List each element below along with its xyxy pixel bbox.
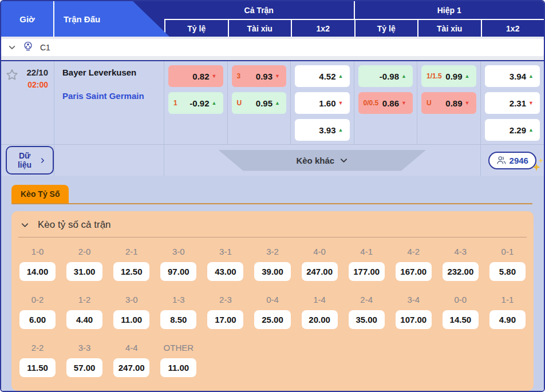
score-odds-button[interactable]: 31.00 bbox=[66, 262, 102, 281]
viewers-badge[interactable]: 2946 bbox=[488, 152, 536, 169]
odds-cell[interactable]: 3 0.93 ▼ bbox=[232, 65, 287, 87]
score-odds-button[interactable]: 12.50 bbox=[113, 262, 149, 281]
data-button[interactable]: Dữ liệu bbox=[6, 146, 54, 175]
score-label: 2-4 bbox=[349, 295, 385, 304]
score-odds-button[interactable]: 247.00 bbox=[113, 358, 149, 377]
odds-cell[interactable]: 0.82 ▼ bbox=[168, 65, 223, 87]
score-label: 1-0 bbox=[19, 247, 56, 256]
league-name: C1 bbox=[40, 43, 50, 52]
panel-header[interactable]: Kèo tỷ số cả trận bbox=[11, 211, 534, 236]
odds-cell[interactable]: U 0.89 ▼ bbox=[421, 92, 476, 114]
sparkle-icon bbox=[538, 155, 543, 165]
score-item: 2-3 17.00 bbox=[207, 295, 243, 329]
subcolumn-label: 1x2 bbox=[506, 24, 519, 33]
score-odds-button[interactable]: 11.00 bbox=[160, 358, 196, 377]
odds-cell[interactable]: 2.31 ▼ bbox=[485, 92, 540, 114]
odds-cell[interactable]: 3.93 ▲ bbox=[295, 119, 350, 141]
score-label: 0-4 bbox=[254, 295, 290, 304]
score-item: 2-4 35.00 bbox=[349, 295, 385, 329]
header-tab-label: Trận Đấu bbox=[64, 14, 100, 24]
odds-cell[interactable]: 1.60 ▼ bbox=[295, 92, 350, 114]
odds-cell[interactable]: 1/1.5 0.99 ▲ bbox=[421, 65, 476, 87]
header-tab[interactable]: Trận Đấu bbox=[54, 1, 169, 37]
score-label: OTHER bbox=[160, 343, 196, 353]
score-label: 4-2 bbox=[396, 247, 432, 256]
score-label: 3-2 bbox=[254, 247, 290, 256]
odds-column-full-overunder: 3 0.93 ▼ U 0.95 ▲ bbox=[228, 61, 291, 144]
score-item: 4-2 167.00 bbox=[396, 247, 432, 281]
subcolumn-header: Tỷ lệ bbox=[164, 20, 228, 37]
trend-icon: ▲ bbox=[528, 73, 535, 79]
score-odds-button[interactable]: 177.00 bbox=[349, 262, 385, 281]
score-label: 4-0 bbox=[302, 247, 338, 256]
home-team-name: Bayer Leverkusen bbox=[62, 68, 160, 77]
odds-cell[interactable]: 0/0.5 0.86 ▼ bbox=[358, 92, 413, 114]
chevron-down-icon bbox=[21, 221, 29, 229]
score-label: 2-0 bbox=[66, 247, 102, 256]
score-label: 2-1 bbox=[113, 247, 149, 256]
odds-column-half-overunder: 1/1.5 0.99 ▲ U 0.89 ▼ bbox=[417, 61, 481, 144]
odds-cell[interactable]: 1 -0.92 ▲ bbox=[168, 92, 223, 114]
score-odds-button[interactable]: 35.00 bbox=[349, 310, 385, 329]
odds-cell[interactable]: 4.52 ▲ bbox=[295, 65, 350, 87]
score-odds-button[interactable]: 14.00 bbox=[19, 262, 56, 281]
score-label: 3-1 bbox=[207, 247, 243, 256]
score-item: 1-0 14.00 bbox=[19, 247, 56, 281]
score-odds-button[interactable]: 43.00 bbox=[207, 262, 243, 281]
score-odds-button[interactable]: 247.00 bbox=[302, 262, 338, 281]
subcolumn-header: Tài xỉu bbox=[417, 20, 481, 37]
match-block: 22/10 02:00 Bayer Leverkusen Paris Saint… bbox=[1, 60, 544, 176]
viewers-count: 2946 bbox=[510, 156, 528, 165]
score-label: 2-2 bbox=[19, 343, 56, 353]
more-odds-button[interactable]: Kèo khác bbox=[218, 150, 426, 171]
odds-column-half-handicap: -0.98 ▲ 0/0.5 0.86 ▼ bbox=[354, 61, 418, 144]
score-odds-button[interactable]: 39.00 bbox=[254, 262, 290, 281]
trend-icon: ▲ bbox=[338, 127, 345, 133]
odds-cell[interactable]: -0.98 ▲ bbox=[358, 65, 413, 87]
odds-cell[interactable]: U 0.95 ▲ bbox=[232, 92, 287, 114]
score-odds-button[interactable]: 232.00 bbox=[443, 262, 479, 281]
trend-icon: ▲ bbox=[338, 73, 345, 79]
tab-correct-score[interactable]: Kèo Tỷ Số bbox=[11, 185, 69, 203]
score-odds-button[interactable]: 14.50 bbox=[443, 310, 479, 329]
score-item: 4-3 232.00 bbox=[443, 247, 479, 281]
score-odds-button[interactable]: 97.00 bbox=[160, 262, 196, 281]
score-section: Kèo Tỷ Số Kèo tỷ số cả trận 1-0 14.00 bbox=[1, 176, 544, 391]
score-odds-button[interactable]: 11.50 bbox=[19, 358, 56, 377]
score-odds-button[interactable]: 57.00 bbox=[66, 358, 102, 377]
score-odds-button[interactable]: 4.90 bbox=[489, 310, 526, 329]
score-odds-button[interactable]: 8.50 bbox=[160, 310, 196, 329]
score-odds-button[interactable]: 17.00 bbox=[207, 310, 243, 329]
score-item: 1-1 4.90 bbox=[489, 295, 526, 329]
more-odds-cell: Kèo khác bbox=[164, 145, 481, 176]
score-item: 0-1 5.80 bbox=[489, 247, 526, 281]
odds-cell[interactable]: 3.94 ▲ bbox=[485, 65, 540, 87]
odds-cell[interactable]: 2.29 ▲ bbox=[485, 119, 540, 141]
match-teams-cell[interactable]: Bayer Leverkusen Paris Saint Germain bbox=[54, 61, 164, 144]
subcolumn-label: Tài xỉu bbox=[437, 24, 462, 33]
score-item: 1-2 4.40 bbox=[66, 295, 102, 329]
score-odds-button[interactable]: 11.00 bbox=[113, 310, 149, 329]
chevron-down-icon[interactable] bbox=[8, 43, 16, 52]
handicap-label: U bbox=[426, 99, 432, 107]
score-odds-button[interactable]: 107.00 bbox=[396, 310, 432, 329]
score-label: 3-3 bbox=[66, 343, 102, 353]
score-label: 3-0 bbox=[160, 247, 196, 256]
score-odds-button[interactable]: 25.00 bbox=[254, 310, 290, 329]
header-tab[interactable]: Giờ bbox=[1, 1, 54, 37]
score-odds-button[interactable]: 4.40 bbox=[66, 310, 102, 329]
score-odds-button[interactable]: 5.80 bbox=[489, 262, 526, 281]
favorite-star-icon[interactable] bbox=[5, 68, 19, 82]
score-odds-button[interactable]: 20.00 bbox=[302, 310, 338, 329]
odds-value: 1.60 bbox=[319, 98, 335, 108]
betting-page: Giờ Trận Đấu Cả Trận Hiệp 1 Tỷ lệ bbox=[0, 0, 545, 392]
score-label: 3-4 bbox=[396, 295, 432, 304]
match-time-cell: 22/10 02:00 bbox=[1, 61, 54, 144]
league-row[interactable]: C1 bbox=[1, 39, 544, 56]
header-columns: Cả Trận Hiệp 1 Tỷ lệ Tài xỉu 1x2 bbox=[164, 1, 544, 37]
match-row: 22/10 02:00 Bayer Leverkusen Paris Saint… bbox=[1, 61, 544, 144]
score-item: 4-0 247.00 bbox=[302, 247, 338, 281]
score-odds-button[interactable]: 167.00 bbox=[396, 262, 432, 281]
odds-value: 0.95 bbox=[256, 98, 272, 108]
score-odds-button[interactable]: 6.00 bbox=[19, 310, 56, 329]
